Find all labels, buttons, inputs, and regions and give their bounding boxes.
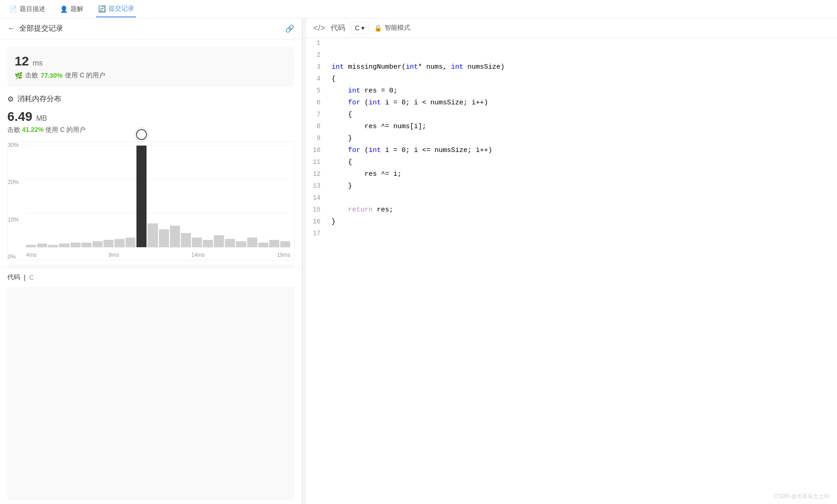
memory-beat-prefix: 击败 <box>7 126 20 133</box>
chart-bar-0 <box>26 245 36 247</box>
memory-value: 6.49 <box>7 109 33 124</box>
chart-bar-14 <box>181 233 191 247</box>
time-unit: ms <box>33 59 43 67</box>
hints-icon: 👤 <box>60 5 68 13</box>
chart-bar-18 <box>225 239 235 247</box>
memory-icon: ⚙ <box>7 95 14 103</box>
nav-item-description[interactable]: 📄 题目描述 <box>7 1 47 17</box>
chart-bar-5 <box>82 243 92 247</box>
panel-content[interactable]: 12 ms 🌿 击败 77.30% 使用 C 的用户 ⚙ 消耗内存分布 6.49 <box>0 39 302 267</box>
line-number-12: 12 <box>306 169 328 179</box>
line-content-17 <box>328 228 837 239</box>
code-line-15: 15 return res; <box>306 205 837 217</box>
line-content-2 <box>328 50 837 61</box>
chart-bar-21 <box>258 243 268 247</box>
line-number-17: 17 <box>306 228 328 238</box>
beat-text: 🌿 击败 77.30% 使用 C 的用户 <box>15 71 287 80</box>
chart-bar-12 <box>159 229 169 247</box>
line-content-14 <box>328 193 837 204</box>
left-panel: ← 全部提交记录 🔗 12 ms 🌿 击败 77.30% 使用 C 的用户 <box>0 18 302 504</box>
language-selector[interactable]: C ▾ <box>351 22 369 34</box>
chart-bar-22 <box>269 240 279 247</box>
right-panel: </> 代码 C ▾ 🔒 智能模式 1 2 3int missingNumber… <box>306 18 837 504</box>
line-number-7: 7 <box>306 109 328 119</box>
memory-section-title: ⚙ 消耗内存分布 <box>7 94 294 104</box>
link-icon[interactable]: 🔗 <box>285 24 294 33</box>
code-label: 代码 <box>7 273 20 282</box>
code-line-17: 17 <box>306 228 837 240</box>
memory-beat-percent: 41.22% <box>22 126 43 133</box>
x-label-9ms: 9ms <box>109 252 119 258</box>
code-preview-area <box>7 287 294 500</box>
code-line-11: 11 { <box>306 157 837 169</box>
line-content-15: return res; <box>328 205 837 216</box>
y-label-0: 0% <box>8 254 19 260</box>
code-line-10: 10 for (int i = 0; i <= numsSize; i++) <box>306 145 837 157</box>
chart-bar-1 <box>37 244 47 247</box>
line-content-11: { <box>328 157 837 168</box>
nav-hints-label: 题解 <box>71 5 83 13</box>
code-language-badge: C <box>29 274 34 281</box>
line-number-5: 5 <box>306 86 328 96</box>
chart-bar-16 <box>203 240 213 247</box>
line-number-8: 8 <box>306 121 328 131</box>
dropdown-icon: ▾ <box>361 24 364 32</box>
memory-unit: MB <box>36 114 47 122</box>
line-number-10: 10 <box>306 145 328 155</box>
chart-bar-3 <box>59 244 69 247</box>
code-line-5: 5 int res = 0; <box>306 86 837 98</box>
code-line-9: 9 } <box>306 133 837 145</box>
y-label-10: 10% <box>8 217 19 223</box>
line-content-9: } <box>328 133 837 144</box>
nav-description-label: 题目描述 <box>20 5 45 13</box>
chart-bar-4 <box>71 243 81 247</box>
y-axis-labels: 30% 20% 10% 0% <box>8 142 19 260</box>
code-line-12: 12 res ^= i; <box>306 169 837 181</box>
nav-item-hints[interactable]: 👤 题解 <box>58 1 85 17</box>
chart-bar-11 <box>147 223 158 247</box>
line-content-1 <box>328 38 837 49</box>
chart-bar-15 <box>192 238 202 247</box>
chart-bar-20 <box>247 238 257 247</box>
lock-icon: 🔒 <box>374 24 382 32</box>
mini-chart: 4ms 9ms 14ms 19ms <box>7 264 294 267</box>
code-line-16: 16} <box>306 217 837 228</box>
line-content-7: { <box>328 109 837 120</box>
x-axis-labels: 4ms 9ms 14ms 19ms <box>26 252 290 258</box>
code-line-3: 3int missingNumber(int* nums, int numsSi… <box>306 62 837 74</box>
back-button[interactable]: ← <box>7 24 16 33</box>
submissions-icon: 🔄 <box>98 5 106 12</box>
chart-bar-2 <box>48 245 58 247</box>
chart-bars <box>26 146 290 247</box>
line-content-13: } <box>328 181 837 192</box>
memory-beat-suffix: 使用 C 的用户 <box>45 126 86 133</box>
line-content-3: int missingNumber(int* nums, int numsSiz… <box>328 62 837 73</box>
chart-bar-23 <box>280 241 290 247</box>
code-label-section: 代码 | C <box>0 267 302 287</box>
code-line-7: 7 { <box>306 109 837 121</box>
line-number-6: 6 <box>306 98 328 108</box>
line-number-4: 4 <box>306 74 328 84</box>
chart-bar-13 <box>170 226 180 247</box>
memory-section: ⚙ 消耗内存分布 6.49 MB 击败 41.22% 使用 C 的用户 30% … <box>7 94 294 267</box>
line-number-3: 3 <box>306 62 328 72</box>
chart-bar-19 <box>236 241 246 247</box>
panel-header: ← 全部提交记录 🔗 <box>0 18 302 39</box>
panel-divider <box>302 18 306 504</box>
x-label-19ms: 19ms <box>277 252 290 258</box>
beat-percent: 77.30% <box>41 72 62 79</box>
line-number-13: 13 <box>306 181 328 191</box>
line-content-16: } <box>328 217 837 228</box>
code-editor[interactable]: 1 2 3int missingNumber(int* nums, int nu… <box>306 38 837 504</box>
code-title-icon: </> <box>313 23 325 33</box>
line-number-15: 15 <box>306 205 328 215</box>
smart-mode-label: 智能模式 <box>385 24 410 32</box>
smart-mode: 🔒 智能模式 <box>374 24 410 32</box>
nav-item-submissions[interactable]: 🔄 提交记录 <box>96 1 136 17</box>
line-content-10: for (int i = 0; i <= numsSize; i++) <box>328 145 837 156</box>
chart-bar-9 <box>125 238 136 247</box>
y-label-30: 30% <box>8 142 19 148</box>
memory-title-text: 消耗内存分布 <box>17 94 61 104</box>
y-label-20: 20% <box>8 179 19 185</box>
chart-bar-17 <box>214 235 224 247</box>
